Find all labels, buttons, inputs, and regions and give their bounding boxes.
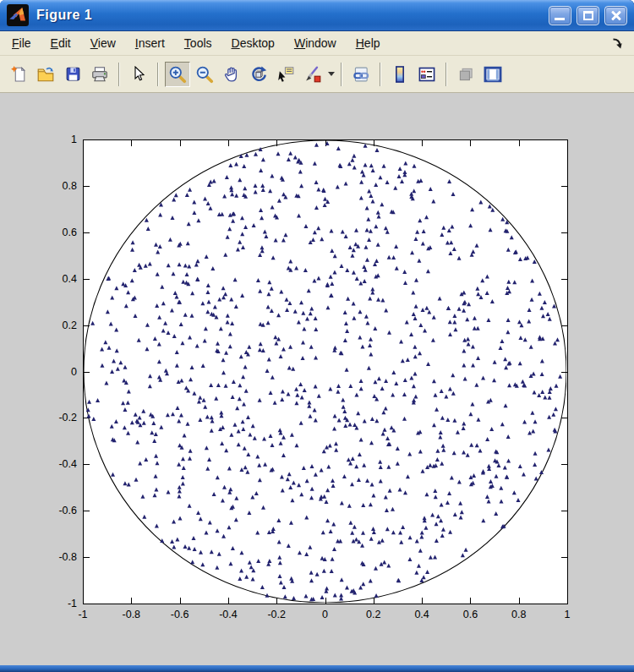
menu-file[interactable]: File — [12, 36, 31, 50]
link-plot-button[interactable] — [348, 62, 374, 87]
svg-text:0.2: 0.2 — [63, 320, 77, 331]
link-plot-icon — [352, 65, 370, 84]
minimize-button[interactable] — [549, 6, 571, 25]
dropdown-arrow-icon — [328, 72, 335, 76]
scatter-plot[interactable] — [84, 140, 566, 603]
window-frame-bottom — [0, 665, 634, 672]
save-figure-button[interactable] — [60, 62, 85, 87]
svg-text:-0.4: -0.4 — [219, 609, 238, 620]
toolbar-separator — [118, 63, 120, 86]
svg-text:0: 0 — [322, 609, 328, 620]
insert-colorbar-button[interactable] — [387, 62, 413, 87]
figure-canvas-area[interactable]: -1-0.8-0.6-0.4-0.200.20.40.60.81-1-0.8-0… — [0, 93, 634, 665]
svg-text:0.8: 0.8 — [63, 180, 77, 192]
menu-view[interactable]: View — [90, 36, 116, 50]
pan-hand-icon — [222, 65, 241, 84]
svg-text:1: 1 — [71, 134, 77, 145]
maximize-icon — [583, 11, 593, 20]
menu-window[interactable]: Window — [294, 36, 336, 50]
menu-desktop[interactable]: Desktop — [232, 36, 275, 50]
zoom-in-button[interactable] — [165, 62, 190, 87]
svg-text:-0.4: -0.4 — [58, 458, 77, 470]
toolbar-separator — [380, 63, 381, 86]
menu-bar: File Edit View Insert Tools Desktop Wind… — [0, 31, 634, 56]
svg-text:0.4: 0.4 — [63, 273, 77, 285]
new-figure-icon — [10, 65, 28, 83]
svg-text:1: 1 — [565, 609, 571, 620]
data-cursor-icon — [276, 65, 295, 84]
svg-text:-0.8: -0.8 — [123, 609, 141, 620]
svg-text:-0.6: -0.6 — [171, 609, 189, 620]
svg-text:0: 0 — [71, 366, 77, 378]
svg-text:-1: -1 — [68, 598, 77, 609]
menu-tools[interactable]: Tools — [184, 36, 212, 50]
brush-data-button[interactable] — [300, 62, 325, 87]
open-file-button[interactable] — [33, 62, 58, 87]
insert-colorbar-icon — [391, 65, 409, 84]
svg-text:-1: -1 — [78, 609, 87, 620]
hide-plot-tools-button[interactable] — [453, 62, 478, 87]
insert-legend-button[interactable] — [414, 62, 440, 87]
rotate-3d-button[interactable] — [246, 62, 271, 87]
matlab-logo-icon — [7, 4, 29, 26]
dock-figure-arrow-icon[interactable] — [611, 37, 624, 50]
figure-window: Figure 1 File Edit View Insert Tools Des… — [0, 0, 634, 672]
toolbar-separator — [157, 63, 159, 86]
new-figure-button[interactable] — [6, 62, 31, 87]
menu-insert[interactable]: Insert — [135, 36, 165, 50]
svg-text:-0.2: -0.2 — [58, 412, 77, 423]
svg-text:-0.6: -0.6 — [58, 505, 77, 516]
hide-plot-tools-icon — [456, 65, 475, 84]
svg-text:-0.2: -0.2 — [267, 609, 286, 620]
pan-button[interactable] — [219, 62, 244, 87]
data-cursor-button[interactable] — [273, 62, 298, 87]
close-button[interactable] — [604, 6, 627, 25]
show-plot-tools-dock-icon — [483, 64, 503, 85]
svg-text:0.4: 0.4 — [414, 609, 429, 620]
brush-dropdown-arrow[interactable] — [326, 62, 336, 87]
svg-text:-0.8: -0.8 — [58, 551, 77, 563]
open-file-icon — [36, 65, 55, 84]
menu-help[interactable]: Help — [356, 36, 380, 50]
arrow-cursor-icon — [130, 66, 147, 83]
rotate-3d-icon — [249, 65, 268, 84]
minimize-icon — [555, 18, 565, 20]
zoom-out-button[interactable] — [192, 62, 217, 87]
edit-plot-button[interactable] — [126, 62, 151, 87]
figure-toolbar — [0, 56, 634, 93]
save-figure-icon — [64, 65, 82, 83]
toolbar-separator — [445, 63, 447, 86]
svg-text:0.2: 0.2 — [366, 609, 380, 620]
print-figure-button[interactable] — [87, 62, 112, 87]
svg-text:0.6: 0.6 — [63, 227, 77, 238]
title-bar[interactable]: Figure 1 — [0, 0, 634, 31]
menu-edit[interactable]: Edit — [51, 36, 71, 50]
toolbar-separator — [341, 63, 342, 86]
zoom-out-icon — [195, 65, 214, 84]
maximize-button[interactable] — [577, 6, 599, 25]
show-plot-tools-dock-button[interactable] — [480, 62, 506, 87]
window-title: Figure 1 — [36, 8, 549, 23]
svg-text:0.8: 0.8 — [511, 609, 526, 620]
brush-data-icon — [303, 65, 322, 84]
zoom-in-icon — [168, 65, 187, 84]
svg-text:0.6: 0.6 — [463, 609, 478, 620]
insert-legend-icon — [418, 65, 436, 84]
print-figure-icon — [90, 65, 109, 84]
